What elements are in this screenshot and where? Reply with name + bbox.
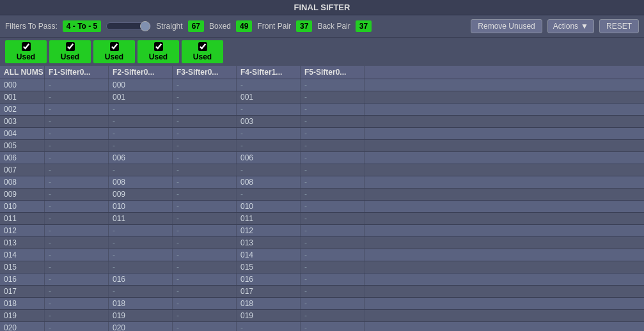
cell-3-5: - (301, 116, 365, 127)
cell-4-2: - (109, 128, 173, 139)
cell-2-3: - (173, 104, 237, 115)
cell-3-0: 003 (0, 116, 45, 127)
cell-16-2: 016 (109, 273, 173, 285)
cell-6-2: 006 (109, 152, 173, 164)
checkbox-input-4[interactable] (198, 42, 207, 51)
actions-button[interactable]: Actions ▼ (547, 19, 594, 33)
reset-button[interactable]: RESET (599, 19, 639, 33)
controls-bar: Filters To Pass: 4 - To - 5 Straight 67 … (0, 15, 644, 38)
straight-label: Straight (156, 22, 182, 31)
cell-19-0: 019 (0, 310, 45, 321)
checkbox-label-2: Used (105, 52, 123, 61)
cell-14-0: 014 (0, 249, 45, 261)
col-header-1: F1-Sifter0... (45, 66, 109, 79)
remove-unused-button[interactable]: Remove Unused (471, 19, 542, 33)
cell-10-4: 010 (237, 201, 301, 212)
checkbox-item-4[interactable]: Used (182, 40, 223, 63)
cell-15-1: - (45, 261, 109, 273)
checkbox-input-2[interactable] (110, 42, 119, 51)
cell-12-1: - (45, 225, 109, 236)
table-body-wrapper[interactable]: 000-000---001-001-001-002-----003---003-… (0, 79, 644, 331)
checkbox-item-1[interactable]: Used (49, 40, 91, 63)
app-title: FINAL SIFTER (294, 3, 350, 12)
cell-2-4: - (237, 104, 301, 115)
checkbox-input-3[interactable] (154, 42, 163, 51)
cell-13-4: 013 (237, 237, 301, 249)
cell-11-1: - (45, 213, 109, 224)
cell-1-3: - (173, 91, 237, 103)
table-body: 000-000---001-001-001-002-----003---003-… (0, 79, 644, 331)
filters-value: 4 - To - 5 (63, 20, 101, 32)
table-row: 000-000--- (0, 79, 644, 91)
cell-15-2: - (109, 261, 173, 273)
table-header: ALL NUMSF1-Sifter0...F2-Sifter0...F3-Sif… (0, 66, 644, 79)
cell-20-2: 020 (109, 322, 173, 331)
cell-12-4: 012 (237, 225, 301, 236)
cell-9-3: - (173, 189, 237, 200)
table-row: 015---015- (0, 261, 644, 273)
col-header-3: F3-Sifter0... (173, 66, 237, 79)
cell-14-4: 014 (237, 249, 301, 261)
cell-17-2: - (109, 286, 173, 297)
cell-11-5: - (301, 213, 365, 224)
checkbox-item-0[interactable]: Used (5, 40, 47, 63)
cell-0-5: - (301, 79, 365, 91)
table-area: ALL NUMSF1-Sifter0...F2-Sifter0...F3-Sif… (0, 66, 644, 331)
cell-16-0: 016 (0, 273, 45, 285)
back-pair-label: Back Pair (317, 22, 350, 31)
cell-9-2: 009 (109, 189, 173, 200)
cell-5-1: - (45, 140, 109, 151)
table-row: 016-016-016- (0, 273, 644, 286)
cell-0-2: 000 (109, 79, 173, 91)
cell-14-5: - (301, 249, 365, 261)
cell-3-4: 003 (237, 116, 301, 127)
checkbox-input-0[interactable] (22, 42, 31, 51)
table-row: 002----- (0, 104, 644, 116)
cell-15-4: 015 (237, 261, 301, 273)
cell-14-3: - (173, 249, 237, 261)
cell-19-3: - (173, 310, 237, 321)
front-pair-value: 37 (296, 20, 312, 32)
table-row: 004----- (0, 128, 644, 140)
checkbox-input-1[interactable] (66, 42, 75, 51)
cell-2-2: - (109, 104, 173, 115)
slider-track[interactable] (106, 22, 151, 30)
cell-10-5: - (301, 201, 365, 212)
boxed-label: Boxed (209, 22, 231, 31)
cell-11-4: 011 (237, 213, 301, 224)
col-header-5: F5-Sifter0... (301, 66, 365, 79)
cell-20-1: - (45, 322, 109, 331)
checkbox-label-4: Used (193, 52, 212, 61)
table-row: 007----- (0, 164, 644, 176)
slider-thumb[interactable] (140, 21, 150, 31)
cell-12-5: - (301, 225, 365, 236)
cell-0-1: - (45, 79, 109, 91)
cell-18-1: - (45, 298, 109, 309)
cell-10-3: - (173, 201, 237, 212)
cell-9-1: - (45, 189, 109, 200)
checkbox-label-1: Used (61, 52, 79, 61)
cell-1-4: 001 (237, 91, 301, 103)
cell-1-5: - (301, 91, 365, 103)
title-bar: FINAL SIFTER (0, 0, 644, 15)
back-pair-value: 37 (356, 20, 372, 32)
cell-12-0: 012 (0, 225, 45, 236)
checkbox-item-3[interactable]: Used (137, 40, 179, 63)
cell-18-3: - (173, 298, 237, 309)
cell-1-1: - (45, 91, 109, 103)
straight-value: 67 (188, 20, 204, 32)
cell-20-0: 020 (0, 322, 45, 331)
table-row: 010-010-010- (0, 201, 644, 213)
cell-17-0: 017 (0, 286, 45, 297)
cell-16-3: - (173, 273, 237, 285)
checkbox-row: UsedUsedUsedUsedUsed (0, 38, 644, 66)
checkbox-item-2[interactable]: Used (93, 40, 135, 63)
cell-2-5: - (301, 104, 365, 115)
cell-7-3: - (173, 164, 237, 176)
cell-11-2: 011 (109, 213, 173, 224)
cell-5-4: - (237, 140, 301, 151)
cell-7-5: - (301, 164, 365, 176)
cell-5-5: - (301, 140, 365, 151)
cell-18-0: 018 (0, 298, 45, 309)
cell-16-1: - (45, 273, 109, 285)
